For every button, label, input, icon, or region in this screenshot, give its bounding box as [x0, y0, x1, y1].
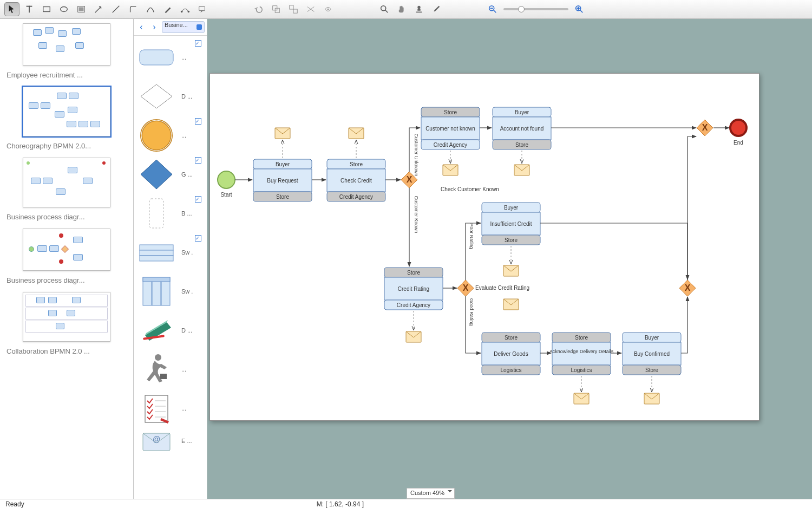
- library-item-label: B ...: [179, 210, 207, 217]
- svg-rect-11: [290, 5, 293, 9]
- edge-label: Good Rating: [469, 298, 474, 326]
- page-thumbnail[interactable]: [23, 158, 110, 207]
- library-item-actor[interactable]: ...: [134, 350, 207, 389]
- zoom-slider[interactable]: [503, 8, 568, 10]
- message-icon: [275, 128, 290, 139]
- svg-text:Credit Agency: Credit Agency: [339, 194, 373, 200]
- svg-rect-29: [143, 277, 170, 282]
- curve-tool[interactable]: [143, 2, 158, 16]
- start-event[interactable]: [218, 171, 235, 188]
- end-event[interactable]: [730, 120, 746, 136]
- arrow-tool[interactable]: [91, 2, 106, 16]
- svg-rect-2: [43, 7, 50, 12]
- page-thumbnail[interactable]: [23, 87, 110, 136]
- zoom-out-button[interactable]: [485, 2, 500, 16]
- eyedropper-tool[interactable]: [429, 2, 444, 16]
- check-icon: [195, 196, 201, 203]
- task-credit-rating[interactable]: Store Credit Rating Credit Agency: [384, 268, 443, 310]
- gateway-label: Check Customer Known: [441, 186, 499, 192]
- check-icon: [195, 235, 201, 242]
- task-ack-delivery[interactable]: Store Acknowledge Delivery Details Logis…: [549, 333, 614, 375]
- hand-tool[interactable]: [394, 2, 409, 16]
- ellipse-tool[interactable]: [56, 2, 71, 16]
- gateway-merge-lower[interactable]: [679, 280, 696, 296]
- library-item-boundary[interactable]: B ...: [134, 194, 207, 233]
- pointer-tool[interactable]: [4, 2, 19, 16]
- flip-tool[interactable]: [303, 2, 318, 16]
- svg-text:Store: Store: [505, 335, 518, 341]
- message-icon: [574, 393, 589, 404]
- page-thumbnail[interactable]: [23, 229, 110, 271]
- rotate-tool[interactable]: [320, 2, 336, 16]
- thumb-label: Collaboration BPMN 2.0 ...: [6, 347, 127, 355]
- thumb-label: Choreography BPMN 2.0...: [6, 142, 127, 150]
- library-forward-button[interactable]: ›: [149, 22, 160, 32]
- pages-panel: Employee recruitment ... Choreography BP…: [0, 19, 134, 499]
- library-item-swimlane-h[interactable]: Sw .: [134, 233, 207, 272]
- task-account-not-found[interactable]: Buyer Account not found Store: [493, 107, 551, 149]
- page-thumbnail[interactable]: [23, 292, 110, 342]
- connector-tool[interactable]: [126, 2, 141, 16]
- library-item-gateway[interactable]: G ...: [134, 155, 207, 194]
- svg-text:Check Credit: Check Credit: [340, 178, 372, 184]
- line-tool[interactable]: [108, 2, 123, 16]
- status-mouse-coords: M: [ 1.62, -0.94 ]: [317, 500, 364, 508]
- svg-marker-18: [141, 84, 172, 108]
- check-icon: [195, 157, 201, 164]
- task-deliver-goods[interactable]: Store Deliver Goods Logistics: [482, 333, 540, 375]
- edge-label: Customer Unknown: [414, 133, 419, 176]
- group-tool[interactable]: [269, 2, 284, 16]
- library-item-label: Sw .: [179, 288, 207, 295]
- library-select[interactable]: Busine...: [162, 21, 205, 33]
- ungroup-tool[interactable]: [286, 2, 301, 16]
- circle-icon: [134, 116, 179, 155]
- svg-rect-24: [140, 250, 173, 256]
- gateway-merge-upper[interactable]: [697, 120, 713, 136]
- svg-point-14: [381, 6, 386, 11]
- task-buy-request[interactable]: Buyer Buy Request Store: [253, 159, 312, 201]
- task-check-credit[interactable]: Store Check Credit Credit Agency: [327, 159, 385, 201]
- library-item-label: Sw .: [179, 249, 207, 256]
- task-customer-not-known[interactable]: Store Customer not known Credit Agency: [421, 107, 480, 149]
- image-tool[interactable]: [74, 2, 89, 16]
- message-icon: [503, 265, 519, 276]
- message-icon: [349, 128, 364, 139]
- svg-text:@: @: [153, 435, 160, 444]
- zoom-in-button[interactable]: [572, 2, 587, 16]
- svg-text:Store: Store: [505, 237, 518, 243]
- rect-tool[interactable]: [39, 2, 54, 16]
- library-item-diamond[interactable]: D ...: [134, 77, 207, 116]
- undo-tool[interactable]: [251, 2, 266, 16]
- canvas-area[interactable]: X Start Buyer Buy Request Store: [207, 19, 812, 499]
- canvas-page[interactable]: X Start Buyer Buy Request Store: [209, 73, 759, 421]
- stamp-tool[interactable]: [411, 2, 427, 16]
- library-item-label: ...: [179, 132, 207, 139]
- library-header: ‹ › Busine...: [134, 19, 207, 36]
- library-item-mail[interactable]: @ E ...: [134, 428, 207, 454]
- gateway-evaluate-credit[interactable]: [457, 280, 474, 296]
- task-buy-confirmed[interactable]: Buyer Buy Confirmed Store: [623, 333, 681, 375]
- node-edit-tool[interactable]: [178, 2, 193, 16]
- zoom-combobox[interactable]: Custom 49%: [407, 488, 455, 499]
- message-icon: [514, 165, 529, 175]
- pen-tool[interactable]: [160, 2, 175, 16]
- library-back-button[interactable]: ‹: [136, 22, 147, 32]
- page-thumbnail[interactable]: [23, 23, 110, 66]
- svg-point-6: [181, 11, 183, 13]
- library-item-task[interactable]: ...: [134, 38, 207, 77]
- svg-text:Buyer: Buyer: [645, 335, 659, 341]
- library-item-data[interactable]: D ...: [134, 311, 207, 350]
- dashed-rect-icon: [134, 194, 179, 233]
- svg-text:Credit Agency: Credit Agency: [434, 142, 467, 148]
- svg-rect-12: [293, 9, 297, 13]
- search-tool[interactable]: [377, 2, 392, 16]
- svg-text:Buy Confirmed: Buy Confirmed: [634, 351, 670, 357]
- bpmn-diagram: X Start Buyer Buy Request Store: [210, 74, 759, 420]
- svg-point-7: [188, 11, 190, 13]
- thumb-label: Business process diagr...: [6, 276, 127, 284]
- text-tool[interactable]: [22, 2, 37, 16]
- task-insufficient-credit[interactable]: Buyer Insufficient Credit Store: [482, 203, 540, 245]
- callout-tool[interactable]: [195, 2, 210, 16]
- library-item-swimlane-v[interactable]: Sw .: [134, 272, 207, 311]
- library-item-circle[interactable]: ...: [134, 116, 207, 155]
